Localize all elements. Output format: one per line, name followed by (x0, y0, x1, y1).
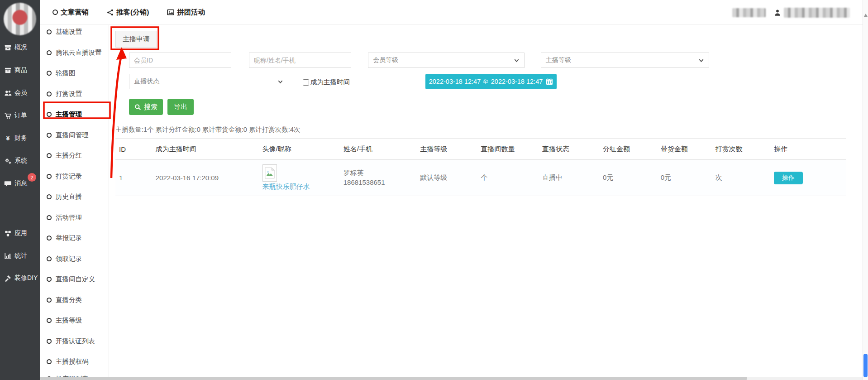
topbar-right-area (732, 0, 850, 25)
select-value: 会员等级 (373, 56, 398, 64)
bullet-circle-icon (47, 112, 52, 117)
box-icon (4, 67, 12, 74)
chevron-down-icon (277, 79, 283, 85)
user-account-menu[interactable] (774, 8, 850, 18)
submenu-item-label: 直播分类 (56, 296, 82, 304)
date-range-picker-button[interactable]: 2022-03-18 12:47 至 2022-03-18 12:47 (425, 74, 557, 89)
topmenu-item-group-buy[interactable]: 拼团活动 (167, 8, 205, 17)
anchor-table: ID 成为主播时间 头像/昵称 姓名/手机 主播等级 直播间数量 直播状态 分红… (115, 138, 846, 196)
date-range-value: 2022-03-18 12:47 至 2022-03-18 12:47 (429, 77, 543, 86)
sidebar-item-label: 会员 (14, 89, 27, 97)
sidebar-item-messages[interactable]: 消息 2 (4, 178, 40, 189)
submenu-item-carousel[interactable]: 轮播图 (47, 67, 76, 78)
scroll-up-arrow-icon[interactable] (864, 14, 868, 17)
anchor-table-wrap: ID 成为主播时间 头像/昵称 姓名/手机 主播等级 直播间数量 直播状态 分红… (115, 138, 846, 196)
anchor-summary-stats: 主播数量:1个 累计分红金额:0 累计带货金额:0 累计打赏次数:4次 (115, 125, 300, 134)
main-content: 主播申请 会员等级 主播等级 直播状态 成为主播时间 2022-03-18 12… (109, 25, 863, 377)
svg-text:¥: ¥ (6, 135, 10, 142)
topmenu-label: 推客(分销) (116, 8, 149, 17)
become-anchor-time-checkbox[interactable]: 成为主播时间 (303, 78, 350, 87)
horizontal-scrollbar[interactable] (40, 377, 863, 380)
col-become-time: 成为主播时间 (152, 139, 259, 160)
row-action-button[interactable]: 操作 (774, 172, 803, 184)
tab-anchor-apply[interactable]: 主播申请 (115, 31, 157, 48)
table-row: 1 2022-03-16 17:20:09 来瓶快乐肥仔水 (115, 160, 846, 196)
chevron-down-icon (514, 58, 520, 63)
submenu-item-label: 活动管理 (56, 213, 82, 222)
submenu-item-reward-records[interactable]: 打赏记录 (47, 171, 82, 182)
checkbox-input[interactable] (303, 79, 309, 86)
submenu-item-label: 举报记录 (56, 234, 82, 242)
export-button[interactable]: 导出 (167, 99, 194, 115)
primary-sidebar: 概况 商品 会员 订单 ¥ 财务 系统 消息 2 应用 (0, 0, 40, 380)
sidebar-item-orders[interactable]: 订单 (4, 110, 40, 121)
bullet-circle-icon (47, 277, 52, 282)
gears-icon (4, 157, 12, 165)
sidebar-item-statistics[interactable]: 统计 (4, 250, 40, 261)
sidebar-item-apps[interactable]: 应用 (4, 228, 40, 239)
submenu-item-anchor-management[interactable]: 主播管理 (47, 109, 82, 120)
sidebar-item-label: 订单 (14, 111, 27, 120)
submenu-item-basic-settings[interactable]: 基础设置 (47, 26, 82, 37)
real-name: 罗标英 (343, 168, 417, 178)
submenu-item-anchor-level[interactable]: 主播等级 (47, 315, 82, 326)
live-status-select[interactable]: 直播状态 (129, 74, 288, 89)
share-icon (107, 9, 114, 16)
submenu-item-report-records[interactable]: 举报记录 (47, 232, 82, 243)
submenu-item-promo-code-list[interactable]: 推广码列表 (47, 373, 89, 377)
submenu-item-live-category[interactable]: 直播分类 (47, 294, 82, 305)
submenu-item-claim-records[interactable]: 领取记录 (47, 253, 82, 264)
tab-label: 主播申请 (123, 35, 150, 43)
sidebar-item-label: 商品 (14, 66, 27, 74)
bullet-circle-icon (47, 194, 52, 199)
image-icon (167, 9, 174, 16)
sidebar-item-members[interactable]: 会员 (4, 87, 40, 98)
submenu-item-reward-settings[interactable]: 打赏设置 (47, 88, 82, 99)
anchor-level-select[interactable]: 主播等级 (541, 53, 709, 68)
topmenu-label: 拼团活动 (177, 8, 205, 17)
bullet-circle-icon (47, 153, 52, 158)
bullet-circle-icon (47, 50, 52, 55)
submenu-item-label: 主播等级 (56, 316, 82, 325)
sidebar-item-overview[interactable]: 概况 (4, 42, 40, 53)
table-header-row: ID 成为主播时间 头像/昵称 姓名/手机 主播等级 直播间数量 直播状态 分红… (115, 139, 846, 160)
nickname-link[interactable]: 来瓶快乐肥仔水 (262, 183, 310, 191)
member-level-select[interactable]: 会员等级 (368, 53, 525, 68)
calendar-icon (546, 78, 553, 85)
sidebar-item-system[interactable]: 系统 (4, 155, 40, 166)
submenu-item-label: 基础设置 (56, 28, 82, 36)
horizontal-scrollbar-thumb[interactable] (40, 377, 747, 380)
submenu-item-broadcast-cert-list[interactable]: 开播认证列表 (47, 336, 95, 346)
bullet-circle-icon (47, 71, 52, 76)
submenu-item-live-room-custom[interactable]: 直播间自定义 (47, 274, 95, 284)
bullet-circle-icon (47, 236, 52, 241)
cell-room-count: 个 (477, 160, 539, 196)
vertical-scrollbar[interactable] (863, 0, 868, 380)
search-icon (134, 104, 141, 111)
search-button[interactable]: 搜索 (129, 99, 163, 115)
topmenu-item-distribution[interactable]: 推客(分销) (107, 8, 149, 17)
submenu-item-label: 历史直播 (56, 192, 82, 201)
cell-become-time: 2022-03-16 17:20:09 (152, 160, 259, 196)
submenu-item-activity-management[interactable]: 活动管理 (47, 212, 82, 223)
member-id-input[interactable] (129, 53, 231, 68)
blurred-shop-name[interactable] (732, 8, 766, 17)
submenu-item-history-live[interactable]: 历史直播 (47, 191, 82, 202)
sidebar-item-goods[interactable]: 商品 (4, 65, 40, 76)
submenu-item-anchor-dividend[interactable]: 主播分红 (47, 150, 82, 161)
submenu-item-anchor-auth-code[interactable]: 主播授权码 (47, 356, 89, 367)
submenu-item-live-room-management[interactable]: 直播间管理 (47, 130, 89, 140)
bullet-circle-icon (47, 298, 52, 303)
vertical-scrollbar-thumb[interactable] (863, 354, 868, 377)
stats-icon (4, 252, 12, 260)
sidebar-item-finance[interactable]: ¥ 财务 (4, 133, 40, 144)
submenu-item-tencent-live-settings[interactable]: 腾讯云直播设置 (47, 47, 102, 58)
nickname-name-phone-input[interactable] (249, 53, 351, 68)
col-anchor-level: 主播等级 (416, 139, 477, 160)
bullet-circle-icon (47, 256, 52, 261)
submenu-item-label: 开播认证列表 (56, 337, 95, 346)
topmenu-item-article-marketing[interactable]: 文章营销 (52, 8, 89, 17)
sidebar-item-decorate-diy[interactable]: 装修DIY (4, 273, 40, 284)
export-button-label: 导出 (174, 103, 187, 111)
shop-logo[interactable] (4, 3, 36, 35)
